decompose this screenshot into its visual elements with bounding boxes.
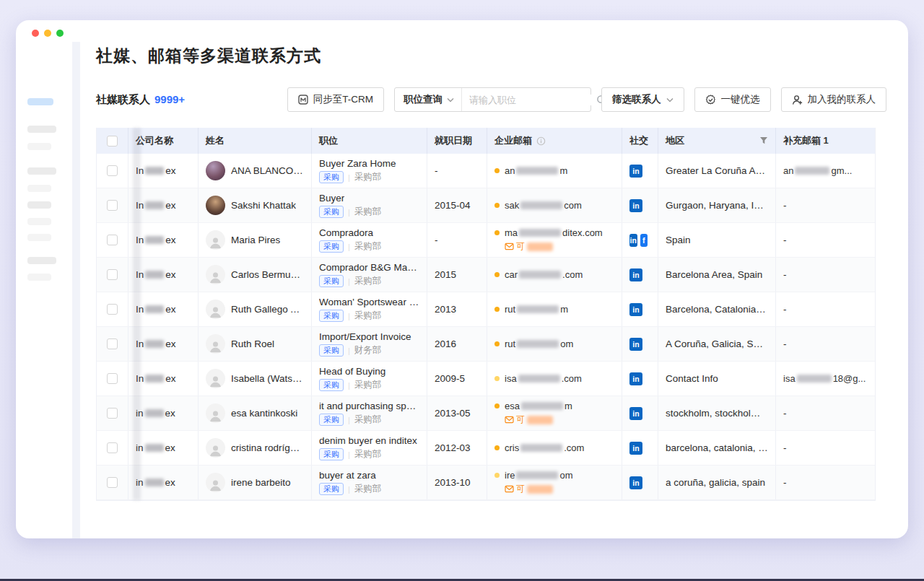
one-click-optimize-button[interactable]: 一键优选 — [694, 87, 771, 112]
select-all-checkbox[interactable] — [107, 136, 118, 147]
add-to-my-contacts-button[interactable]: 加入我的联系人 — [781, 87, 887, 112]
header-region[interactable]: 地区 — [658, 128, 776, 154]
position-cell: buyer at zara 采购 | 采购部 — [312, 466, 427, 499]
email-value[interactable]: rutom — [494, 338, 573, 349]
row-checkbox[interactable] — [107, 408, 118, 419]
email-value[interactable]: maditex.com — [494, 227, 603, 238]
company-cell: Inex — [128, 292, 199, 326]
table-row: Inex ANA BLANCO REY Buyer Zara Home 采购 |… — [97, 154, 875, 188]
name-cell[interactable]: Maria Pires — [199, 223, 312, 257]
name-cell[interactable]: irene barbeito — [199, 466, 312, 499]
info-icon[interactable] — [536, 136, 546, 146]
position-search-input[interactable] — [469, 95, 596, 105]
avatar-placeholder-icon — [206, 438, 225, 458]
close-window-icon[interactable] — [32, 30, 39, 37]
row-checkbox[interactable] — [107, 373, 118, 384]
name-cell[interactable]: ANA BLANCO REY — [199, 154, 312, 188]
header-email[interactable]: 企业邮箱 — [487, 128, 622, 154]
email-value[interactable]: esam — [494, 401, 572, 411]
email-value[interactable]: rutm — [494, 304, 568, 315]
linkedin-icon[interactable]: in — [629, 442, 642, 455]
tag-separator: | — [348, 173, 350, 182]
sidebar-skeleton-item — [27, 126, 56, 133]
sidebar-skeleton-item — [27, 167, 56, 175]
email-value[interactable]: ireom — [494, 470, 573, 481]
name-cell[interactable]: cristina rodríguez — [199, 431, 312, 465]
row-checkbox[interactable] — [107, 235, 118, 245]
name-cell[interactable]: Sakshi Khattak — [199, 188, 312, 222]
linkedin-icon[interactable]: in — [629, 268, 642, 281]
redacted-text — [516, 471, 558, 479]
header-start-date[interactable]: 就职日期 — [427, 128, 487, 154]
email-status-dot — [494, 272, 500, 277]
start-date-cell: 2012-03 — [427, 431, 487, 465]
linkedin-icon[interactable]: in — [629, 234, 637, 247]
email-value[interactable]: cris.com — [494, 442, 584, 453]
header-position[interactable]: 职位 — [312, 128, 427, 154]
position-title: buyer at zara — [319, 470, 376, 481]
header-region-label: 地区 — [666, 134, 684, 147]
row-checkbox[interactable] — [107, 165, 118, 176]
seal-badge-icon — [705, 95, 716, 105]
filter-funnel-icon[interactable] — [759, 136, 768, 145]
start-date-cell: 2009-5 — [427, 362, 487, 396]
name-cell[interactable]: Ruth Roel — [199, 327, 312, 361]
row-checkbox[interactable] — [107, 338, 118, 349]
sync-to-crm-button[interactable]: 同步至T-CRM — [287, 87, 384, 112]
tag-separator: | — [348, 208, 350, 217]
position-search-field — [462, 88, 590, 111]
filter-contacts-dropdown[interactable]: 筛选联系人 — [601, 87, 684, 112]
row-checkbox[interactable] — [107, 304, 118, 315]
procurement-tag: 采购 — [319, 483, 344, 495]
company-cell: Inex — [128, 362, 199, 396]
linkedin-icon[interactable]: in — [629, 165, 642, 178]
region-cell: A Coruña, Galicia, Spain — [658, 327, 776, 361]
name-cell[interactable]: Isabella (Watson) L... — [199, 362, 312, 396]
avatar-placeholder-icon — [206, 473, 225, 492]
row-checkbox[interactable] — [107, 442, 118, 453]
email-cell: isa.com — [487, 362, 622, 396]
position-cell: denim buyer en inditex 采购 | 采购部 — [312, 431, 427, 465]
header-name[interactable]: 姓名 — [199, 128, 312, 154]
reply-badge-label: 可 — [516, 414, 525, 426]
start-date-cell: 2013-05 — [427, 396, 487, 430]
contacts-table: 公司名称 姓名 职位 就职日期 企业邮箱 社交 地区 — [96, 128, 876, 501]
linkedin-icon[interactable]: in — [629, 372, 642, 385]
contact-name: irene barbeito — [231, 477, 291, 488]
email-cell: car.com — [487, 258, 622, 292]
sidebar-skeleton-item — [27, 98, 53, 105]
region-cell: Barcelona, Catalonia, S... — [658, 292, 776, 326]
header-social[interactable]: 社交 — [622, 128, 658, 154]
email-value[interactable]: anm — [494, 165, 567, 176]
name-cell[interactable]: esa kantinkoski — [199, 396, 312, 430]
region-cell: Contact Info — [658, 362, 776, 396]
row-checkbox[interactable] — [107, 200, 118, 211]
procurement-tag: 采购 — [319, 379, 344, 391]
maximize-window-icon[interactable] — [56, 30, 64, 37]
email-reply-badge: 可 — [505, 414, 553, 426]
table-row: Inex Isabella (Watson) L... Head of Buyi… — [97, 362, 875, 396]
facebook-icon[interactable]: f — [640, 234, 648, 247]
row-checkbox-cell — [97, 154, 128, 188]
table-row: inex esa kantinkoski it and purchasing s… — [97, 396, 875, 431]
name-cell[interactable]: Ruth Gallego Agulló — [199, 292, 312, 326]
row-checkbox[interactable] — [107, 269, 118, 280]
linkedin-icon[interactable]: in — [629, 476, 642, 489]
header-company[interactable]: 公司名称 — [128, 128, 199, 154]
minimize-window-icon[interactable] — [44, 30, 51, 37]
linkedin-icon[interactable]: in — [629, 303, 642, 316]
header-extra-email[interactable]: 补充邮箱 1 — [776, 128, 873, 154]
redacted-text — [145, 201, 164, 209]
browser-window: 社媒、邮箱等多渠道联系方式 社媒联系人9999+ 同步至T-CRM 职位查询 — [16, 20, 908, 538]
email-value[interactable]: car.com — [494, 269, 583, 280]
linkedin-icon[interactable]: in — [629, 199, 642, 212]
email-value[interactable]: sakcom — [494, 200, 582, 211]
name-cell[interactable]: Carlos Bermudo Cr... — [199, 258, 312, 292]
position-query-dropdown[interactable]: 职位查询 — [395, 88, 462, 111]
linkedin-icon[interactable]: in — [629, 338, 642, 351]
position-cell: it and purchasing speci... 采购 | 采购部 — [312, 396, 427, 430]
linkedin-icon[interactable]: in — [629, 407, 642, 420]
reply-badge-label: 可 — [516, 240, 525, 253]
email-value[interactable]: isa.com — [494, 373, 582, 384]
row-checkbox[interactable] — [107, 477, 118, 488]
